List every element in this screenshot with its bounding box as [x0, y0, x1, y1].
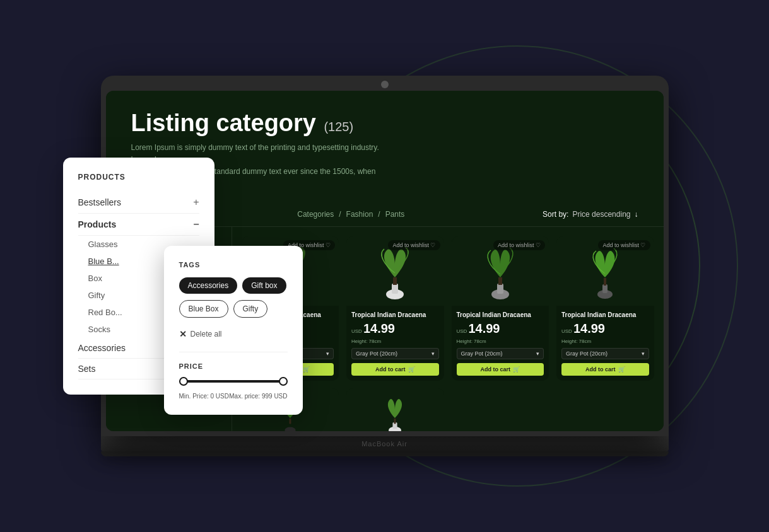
wishlist-button[interactable]: Add to wishlist ♡ — [388, 240, 440, 250]
active-tags-row: Accessories Gift box — [179, 277, 288, 294]
price-section: PRICE Min. Price: 0 USD Max. price: 999 … — [179, 352, 288, 400]
add-to-cart-button[interactable]: Add to cart 🛒 — [457, 363, 544, 376]
pot-selector[interactable]: Gray Pot (20cm) ▾ — [561, 348, 649, 359]
product-height: Height: 78cm — [351, 338, 439, 344]
sort-icon: ↓ — [634, 210, 638, 219]
product-grid-row-1: Add to wishlist ♡ — [242, 236, 654, 381]
sort-area: Sort by: Price descending ↓ — [543, 210, 638, 219]
svg-rect-7 — [498, 277, 502, 285]
svg-rect-10 — [604, 278, 606, 286]
laptop-device: Listing category (125) Lorem Ipsum is si… — [101, 76, 669, 456]
add-to-cart-button[interactable]: Add to cart 🛒 — [351, 363, 439, 376]
svg-rect-3 — [392, 284, 398, 294]
wishlist-button[interactable]: Add to wishlist ♡ — [493, 240, 545, 250]
price-slider-min-thumb[interactable] — [179, 377, 188, 386]
tags-section-title: TAGS — [179, 261, 288, 269]
product-image-area: Add to wishlist ♡ — [556, 236, 654, 306]
delete-all-label: Delete all — [191, 330, 222, 338]
price-range-labels: Min. Price: 0 USD Max. price: 999 USD — [179, 393, 288, 400]
tag-giftbox[interactable]: Gift box — [242, 277, 286, 294]
tag-gifty[interactable]: Gifty — [233, 300, 268, 318]
cart-icon: 🛒 — [408, 366, 415, 373]
product-name: Tropical Indian Dracaena — [457, 311, 544, 319]
sidebar-item-products[interactable]: Products − — [78, 214, 199, 236]
product-card: Add to wishlist ♡ — [452, 236, 549, 381]
product-height: Height: 78cm — [457, 338, 544, 344]
sidebar-item-bestsellers[interactable]: Bestsellers + — [78, 192, 199, 214]
delete-all-button[interactable]: ✕ Delete all — [179, 324, 288, 339]
svg-rect-6 — [497, 284, 503, 294]
svg-point-11 — [285, 427, 295, 431]
product-price: 14.99 — [468, 321, 500, 336]
laptop-foot — [101, 451, 669, 456]
sort-value[interactable]: Price descending — [572, 210, 630, 219]
sidebar-item-label: Bestsellers — [78, 197, 121, 207]
tags-overlay-card: TAGS Accessories Gift box Blue Box Gifty… — [164, 246, 303, 415]
svg-rect-9 — [602, 284, 608, 293]
expand-icon: + — [193, 197, 199, 208]
product-card — [346, 388, 444, 431]
price-slider-max-thumb[interactable] — [279, 377, 288, 386]
inactive-tags-row: Blue Box Gifty — [179, 300, 288, 318]
wishlist-button[interactable]: Add to wishlist ♡ — [598, 240, 650, 250]
plant-image — [583, 243, 627, 299]
price-slider-track — [179, 380, 288, 383]
cart-icon: 🛒 — [303, 366, 310, 373]
page-title: Listing category (125) — [131, 110, 638, 137]
product-price-row: USD 14.99 — [351, 321, 439, 336]
laptop-brand-label: MacBook Air — [361, 440, 408, 448]
product-image-area — [346, 388, 444, 431]
tag-accessories[interactable]: Accessories — [179, 277, 238, 294]
collapse-icon: − — [193, 219, 199, 230]
laptop-camera — [381, 81, 389, 88]
sidebar-title: PRODUCTS — [78, 173, 199, 182]
svg-rect-15 — [394, 419, 396, 424]
product-price-row: USD 14.99 — [561, 321, 649, 336]
product-price-row: USD 14.99 — [457, 321, 544, 336]
plant-image — [478, 243, 522, 299]
sidebar-item-label: Products — [78, 219, 117, 229]
product-height: Height: 78cm — [561, 338, 649, 344]
laptop-base: MacBook Air — [101, 436, 669, 451]
svg-rect-12 — [289, 419, 291, 424]
sidebar-item-label: Accessories — [78, 343, 126, 353]
product-grid-row-2 — [242, 388, 654, 431]
tag-bluebox[interactable]: Blue Box — [179, 300, 228, 318]
product-info: Tropical Indian Dracaena USD 14.99 Heigh… — [556, 306, 654, 381]
product-image-area: Add to wishlist ♡ — [452, 236, 549, 306]
svg-rect-4 — [393, 277, 397, 285]
price-min-label: Min. Price: 0 USD — [179, 393, 229, 400]
product-price: 14.99 — [573, 321, 605, 336]
product-info: Tropical Indian Dracaena USD 14.99 Heigh… — [346, 306, 444, 381]
pot-selector[interactable]: Gray Pot (20cm) ▾ — [351, 348, 439, 359]
delete-icon: ✕ — [179, 329, 187, 339]
cart-icon: 🛒 — [618, 366, 625, 373]
product-name: Tropical Indian Dracaena — [351, 311, 439, 319]
price-max-label: Max. price: 999 USD — [229, 393, 287, 400]
product-image-area: Add to wishlist ♡ — [346, 236, 444, 306]
breadcrumb: Categories / Fashion / Pants — [297, 210, 404, 219]
plant-image — [379, 391, 411, 431]
sort-label: Sort by: — [543, 210, 568, 219]
plant-image — [373, 243, 417, 299]
product-info: Tropical Indian Dracaena USD 14.99 Heigh… — [452, 306, 549, 381]
price-section-title: PRICE — [179, 362, 288, 370]
sidebar-item-label: Sets — [78, 364, 96, 374]
product-name: Tropical Indian Dracaena — [561, 311, 649, 319]
product-price: 14.99 — [363, 321, 395, 336]
product-card: Add to wishlist ♡ — [346, 236, 444, 381]
pot-selector[interactable]: Gray Pot (20cm) ▾ — [457, 348, 544, 359]
price-slider-fill — [179, 380, 288, 383]
add-to-cart-button[interactable]: Add to cart 🛒 — [561, 363, 649, 376]
cart-icon: 🛒 — [513, 366, 520, 373]
product-card: Add to wishlist ♡ — [556, 236, 654, 381]
